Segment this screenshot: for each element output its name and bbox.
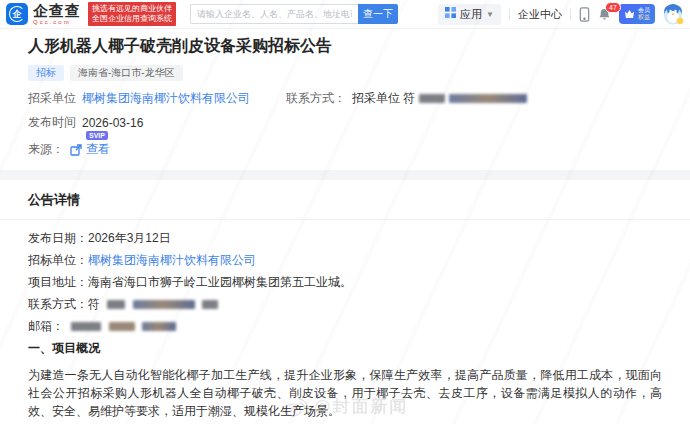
- tender-unit-link[interactable]: 椰树集团海南椰汁饮料有限公司: [88, 253, 256, 267]
- address-label: 项目地址：: [28, 275, 88, 289]
- source-view-link[interactable]: 查看: [86, 141, 110, 158]
- announcement-header: 人形机器人椰子破壳削皮设备采购招标公告 招标 海南省-海口市-龙华区 招采单位 …: [0, 29, 690, 170]
- meta-row-publish-time: 发布时间 2026-03-16: [28, 114, 662, 131]
- announcement-detail-card: 公告详情 发布日期：2026年3月12日 招标单位：椰树集团海南椰汁饮料有限公司…: [0, 180, 690, 424]
- apps-menu[interactable]: 应用 ▼: [438, 4, 501, 25]
- phone-icon: [579, 7, 590, 22]
- grid-icon: [445, 7, 456, 21]
- publish-time-label: 发布时间: [28, 114, 76, 131]
- chevron-down-icon: ▼: [486, 10, 494, 19]
- detail-contact-label: 联系方式：: [28, 297, 88, 311]
- mobile-app-button[interactable]: [579, 7, 590, 22]
- page-title: 人形机器人椰子破壳削皮设备采购招标公告: [28, 36, 662, 57]
- brand-slogan-banner: 挑选有远见的商业伙伴 全国企业信用查询系统: [88, 2, 176, 26]
- qcc-logo[interactable]: 企 企查查 Qcc.com 挑选有远见的商业伙伴 全国企业信用查询系统: [6, 2, 176, 26]
- source-label: 来源：: [28, 141, 64, 158]
- brand-name: 企查查: [33, 3, 81, 18]
- procurement-unit-label: 招采单位: [28, 90, 76, 107]
- email-label: 邮箱：: [28, 319, 64, 333]
- qcc-logo-glyph: 企: [6, 3, 28, 25]
- detail-row-contact: 联系方式：符: [28, 298, 662, 311]
- detail-contact-prefix: 符: [88, 297, 100, 311]
- member-badge-line2: 权益: [638, 14, 650, 21]
- meta-row-unit-contact: 招采单位 椰树集团海南椰汁饮料有限公司 联系方式： 招采单位 符: [28, 90, 662, 107]
- external-link-icon: [70, 144, 82, 156]
- member-benefits-badge[interactable]: 会员 权益: [619, 4, 655, 24]
- qcc-logo-icon: 企: [6, 3, 28, 25]
- meta-row-source: 来源： 查看 SVIP: [28, 141, 662, 158]
- detail-panel-title: 公告详情: [0, 180, 690, 220]
- search-input[interactable]: [190, 4, 358, 24]
- publish-date-label: 发布日期：: [28, 231, 88, 245]
- svip-badge: SVIP: [86, 131, 108, 140]
- divider: [509, 8, 510, 20]
- procurement-unit-link[interactable]: 椰树集团海南椰汁饮料有限公司: [82, 90, 250, 107]
- member-badge-line1: 会员: [638, 7, 650, 14]
- detail-row-address: 项目地址：海南省海口市狮子岭工业园椰树集团第五工业城。: [28, 276, 662, 289]
- detail-row-publish-date: 发布日期：2026年3月12日: [28, 232, 662, 245]
- redacted-name: [107, 300, 125, 309]
- tag-row: 招标 海南省-海口市-龙华区: [28, 65, 662, 81]
- customer-service-mascot[interactable]: [663, 3, 684, 25]
- redacted-email: [142, 322, 176, 331]
- redacted-text: [202, 300, 218, 309]
- publish-date-value: 2026年3月12日: [88, 231, 171, 245]
- section1-title: 一、项目概况: [28, 342, 662, 355]
- enterprise-center-link[interactable]: 企业中心: [518, 7, 562, 22]
- slogan-line2: 全国企业信用查询系统: [92, 14, 172, 24]
- brand-domain: Qcc.com: [33, 19, 81, 25]
- redacted-phone: [449, 94, 527, 103]
- search-bar: 查一下: [190, 4, 398, 24]
- redacted-phone: [133, 300, 195, 309]
- detail-panel-body: 发布日期：2026年3月12日 招标单位：椰树集团海南椰汁饮料有限公司 项目地址…: [0, 220, 690, 424]
- apps-label: 应用: [460, 7, 482, 22]
- region-tag: 海南省-海口市-龙华区: [70, 65, 183, 81]
- section1-body: 为建造一条无人自动化智能化椰子加工生产线，提升企业形象，保障生产效率，提高产品质…: [28, 366, 662, 420]
- publish-time-value: 2026-03-16: [82, 116, 143, 130]
- contact-prefix: 招采单位 符: [352, 90, 415, 107]
- category-tag: 招标: [28, 65, 64, 81]
- slogan-line1: 挑选有远见的商业伙伴: [92, 4, 172, 14]
- redacted-name: [419, 94, 445, 103]
- redacted-email: [109, 322, 135, 331]
- notifications-button[interactable]: 47: [598, 8, 611, 21]
- divider: [570, 8, 571, 20]
- notification-badge: 47: [605, 2, 621, 13]
- search-button[interactable]: 查一下: [358, 4, 398, 24]
- address-value: 海南省海口市狮子岭工业园椰树集团第五工业城。: [88, 275, 352, 289]
- contact-label: 联系方式：: [286, 90, 346, 107]
- redacted-email: [71, 322, 101, 331]
- tender-unit-label: 招标单位：: [28, 253, 88, 267]
- crown-icon: [624, 10, 635, 19]
- top-navbar: 企 企查查 Qcc.com 挑选有远见的商业伙伴 全国企业信用查询系统 查一下 …: [0, 0, 690, 29]
- detail-row-tender-unit: 招标单位：椰树集团海南椰汁饮料有限公司: [28, 254, 662, 267]
- detail-row-email: 邮箱：: [28, 320, 662, 333]
